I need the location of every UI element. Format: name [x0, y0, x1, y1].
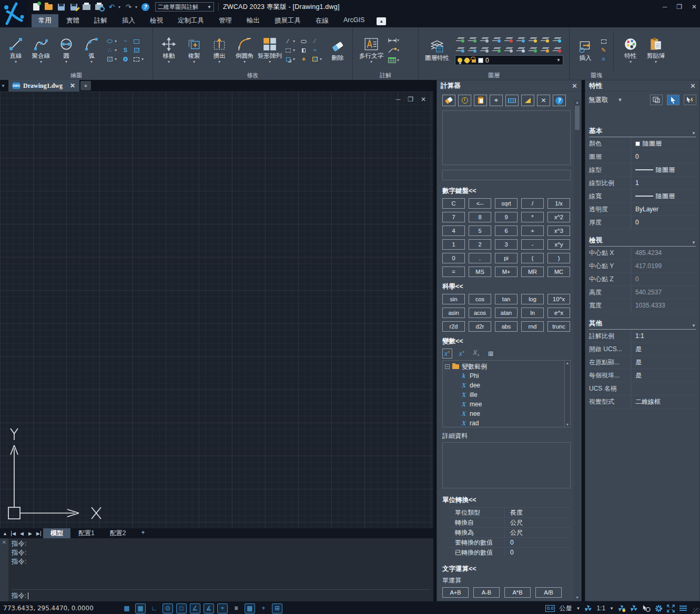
close-button[interactable]: ✕ [692, 3, 697, 11]
units-section-title[interactable]: 單位轉換<< [442, 496, 571, 505]
menu-icon[interactable] [679, 605, 687, 611]
polyline-edit-icon[interactable]: S [121, 47, 130, 54]
copy-button[interactable]: 複製▾ [182, 36, 206, 64]
calc-sci-key[interactable]: rnd [521, 321, 544, 332]
extrude-button[interactable]: 擠出▾ [208, 36, 231, 64]
new-tab-button[interactable]: + [80, 81, 91, 90]
dropdown-arrow-icon[interactable]: ▾ [141, 57, 146, 62]
calc-key[interactable]: 0 [442, 253, 465, 263]
calc-key[interactable]: 6 [495, 226, 518, 236]
calc-key[interactable]: <-- [469, 198, 491, 209]
define-attributes-icon[interactable] [599, 38, 608, 45]
redo-icon[interactable]: ↷ [124, 3, 133, 11]
calc-history-area[interactable] [442, 110, 571, 165]
scientific-section-title[interactable]: 科學<< [442, 282, 571, 291]
save-as-icon[interactable] [69, 3, 78, 11]
chevron-down-icon[interactable]: ▼ [692, 131, 696, 136]
lengthen-icon[interactable]: ⁄ [310, 38, 319, 45]
attribute-manager-icon[interactable]: ≡ [599, 56, 608, 63]
layer-on-icon[interactable] [527, 35, 537, 43]
calc-sci-key[interactable]: acos [469, 308, 491, 318]
break-icon[interactable]: ≈ [310, 47, 319, 54]
layer-properties-button[interactable]: 圖層特性 [423, 38, 451, 63]
clear-history-icon[interactable] [442, 95, 455, 106]
delete-variable-icon[interactable]: X× [471, 349, 481, 358]
last-tab-icon[interactable]: ▶ [35, 531, 43, 536]
numpad-section-title[interactable]: 數字鍵盤<< [442, 187, 571, 196]
text-op-key[interactable]: A-B [473, 587, 500, 598]
insert-block-button[interactable]: 插入 [574, 38, 597, 63]
chevron-down-icon[interactable]: ▼ [692, 323, 696, 328]
calc-key[interactable]: ( [521, 253, 544, 263]
calc-sci-key[interactable]: trunc [547, 321, 570, 332]
calc-key[interactable]: + [521, 226, 544, 236]
calc-key[interactable]: 7 [442, 212, 465, 222]
return-to-input-icon[interactable]: ⊞ [486, 350, 495, 358]
layer-delete-icon[interactable] [552, 45, 562, 53]
calc-sci-key[interactable]: tan [495, 294, 518, 304]
variables-section-title[interactable]: 變數<< [442, 337, 571, 346]
revision-cloud-icon[interactable] [299, 38, 308, 45]
layer-up-icon[interactable] [467, 35, 477, 43]
trim-icon[interactable]: ∕ [283, 38, 292, 45]
ribbon-tab[interactable]: ArcGIS [337, 14, 371, 27]
select-objects-icon[interactable] [667, 95, 679, 105]
ribbon-tab[interactable]: 輸出 [240, 14, 267, 27]
table-icon[interactable] [388, 57, 397, 64]
auto-annotation-icon[interactable] [630, 605, 638, 612]
calc-sci-key[interactable]: log [521, 294, 544, 304]
chevron-down-icon[interactable]: ▼ [610, 606, 614, 611]
calc-sci-key[interactable]: r2d [442, 321, 465, 332]
calc-key[interactable]: 9 [495, 212, 518, 222]
ribbon-tab[interactable]: 插入 [115, 14, 142, 27]
calc-key[interactable]: 5 [469, 226, 491, 236]
calc-sci-key[interactable]: e^x [547, 308, 570, 318]
doc-restore-button[interactable]: ❐ [408, 96, 413, 103]
calc-key[interactable]: = [442, 267, 465, 277]
unit-row[interactable]: 單位類型 長度 [449, 507, 571, 517]
section-view[interactable]: 檢視 [589, 236, 602, 245]
ribbon-tab[interactable]: 註解 [87, 14, 114, 27]
wipeout-icon[interactable] [132, 56, 141, 63]
properties-close-button[interactable]: ✕ [690, 82, 696, 90]
section-other[interactable]: 其他 [589, 319, 602, 328]
layout-tab[interactable]: + [134, 528, 152, 539]
variable-item[interactable]: X rad [445, 418, 564, 427]
annotation-scale-value[interactable]: 1:1 [596, 605, 605, 612]
ribbon-tab[interactable]: 定制工具 [171, 14, 211, 27]
layer-walk-icon[interactable] [467, 45, 477, 53]
units-label[interactable]: 公釐 [559, 604, 572, 613]
explode-icon[interactable]: ∗ [299, 56, 308, 63]
polyline-button[interactable]: 聚合線▾ [29, 36, 53, 64]
calc-key[interactable]: 1 [442, 239, 465, 250]
lineweight-display-icon[interactable]: ≡ [231, 603, 241, 613]
grid-display-icon[interactable]: ▦ [121, 603, 132, 613]
dynamic-input-icon[interactable]: + [217, 603, 228, 613]
doc-close-button[interactable]: ✕ [421, 96, 426, 103]
ribbon-tab[interactable]: 常用 [32, 14, 58, 27]
calc-key[interactable]: . [469, 253, 491, 263]
text-op-key[interactable]: A+B [442, 587, 469, 598]
spline-icon[interactable]: ~ [121, 38, 130, 45]
calc-sci-key[interactable]: 10^x [547, 294, 570, 304]
fullscreen-icon[interactable] [667, 605, 675, 612]
calc-key[interactable]: pi [495, 253, 518, 263]
copy-nested-icon[interactable] [283, 56, 292, 63]
layer-visibility-icon[interactable] [552, 35, 562, 43]
calc-sci-key[interactable]: cos [469, 294, 491, 304]
dropdown-arrow-icon[interactable]: ▾ [293, 48, 297, 53]
drawing-canvas[interactable]: ─ ❐ ✕ Y X [0, 91, 433, 528]
collapse-icon[interactable]: − [445, 364, 450, 369]
chevron-down-icon[interactable]: ▼ [692, 240, 696, 245]
calc-key[interactable]: ) [547, 253, 570, 263]
tab-list-menu-icon[interactable]: ▼ [1, 84, 7, 88]
erase-button[interactable]: 刪除 [326, 38, 349, 63]
text-op-key[interactable]: A*B [504, 587, 531, 598]
dimension-icon[interactable] [388, 37, 397, 44]
ribbon-tab[interactable]: 檢視 [143, 14, 170, 27]
unit-row[interactable]: 轉換自 公尺 [449, 517, 571, 527]
dropdown-arrow-icon[interactable]: ▾ [397, 48, 401, 53]
next-tab-icon[interactable]: ▶ [26, 531, 34, 536]
calc-sci-key[interactable]: asin [442, 308, 465, 318]
ribbon-tab[interactable]: 實體 [59, 14, 86, 27]
